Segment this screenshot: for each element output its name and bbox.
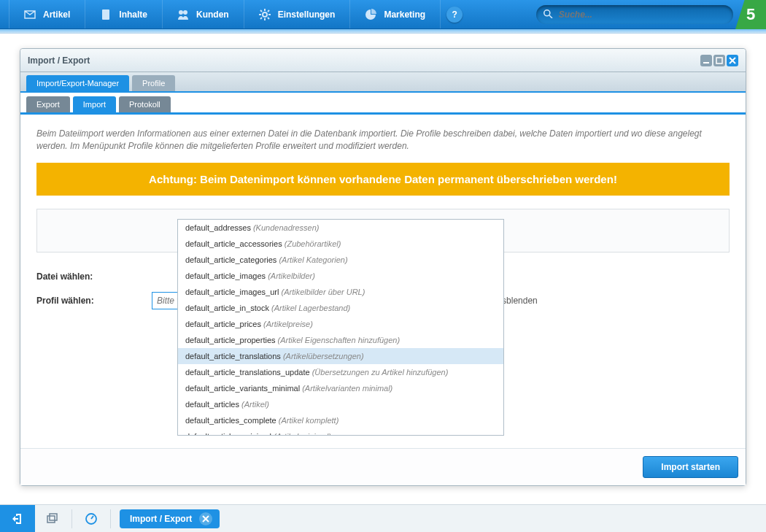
taskbar: Import / Export bbox=[0, 504, 766, 532]
tab-profile[interactable]: Profile bbox=[132, 75, 175, 91]
taskbar-windows-button[interactable] bbox=[35, 505, 70, 533]
tab-export[interactable]: Export bbox=[26, 96, 70, 112]
window-minimize-button[interactable] bbox=[700, 55, 712, 66]
tabs-main: Import/Export-Manager Profile bbox=[20, 72, 746, 93]
profile-option[interactable]: default_article_images_url (Artikelbilde… bbox=[178, 284, 503, 300]
profile-option[interactable]: default_article_variants_minimal (Artike… bbox=[178, 380, 503, 396]
profile-option[interactable]: default_article_categories (Artikel Kate… bbox=[178, 252, 503, 268]
svg-rect-5 bbox=[703, 62, 709, 63]
profile-option[interactable]: default_article_in_stock (Artikel Lagerb… bbox=[178, 300, 503, 316]
nav-label: Artikel bbox=[43, 9, 70, 20]
search-icon bbox=[543, 9, 553, 20]
logo-text: 5 bbox=[746, 5, 755, 24]
nav-label: Einstellungen bbox=[278, 9, 336, 20]
svg-rect-8 bbox=[50, 514, 57, 520]
tab-manager[interactable]: Import/Export-Manager bbox=[26, 75, 129, 91]
profile-option[interactable]: default_articles (Artikel) bbox=[178, 396, 503, 412]
svg-point-1 bbox=[179, 10, 183, 15]
nav-label: Marketing bbox=[384, 9, 425, 20]
window-title: Import / Export bbox=[28, 55, 90, 66]
gear-icon bbox=[259, 9, 271, 20]
window-maximize-button[interactable] bbox=[713, 55, 725, 66]
svg-point-4 bbox=[544, 9, 550, 15]
taskbar-sep bbox=[71, 509, 72, 528]
window-footer: Import starten bbox=[20, 448, 746, 485]
profile-label: Profil wählen: bbox=[36, 296, 152, 306]
tab-import[interactable]: Import bbox=[73, 96, 116, 112]
svg-rect-7 bbox=[47, 516, 55, 523]
nav-item-inhalte[interactable]: Inhalte bbox=[85, 0, 163, 28]
profile-option[interactable]: default_article_prices (Artikelpreise) bbox=[178, 316, 503, 332]
taskbar-task-import-export[interactable]: Import / Export bbox=[120, 509, 220, 528]
logo-badge[interactable]: 5 bbox=[735, 0, 766, 29]
svg-point-2 bbox=[183, 10, 187, 15]
tab-label: Import/Export-Manager bbox=[36, 79, 119, 88]
profile-option[interactable]: default_article_accessories (Zubehörarti… bbox=[178, 236, 503, 252]
tab-label: Protokoll bbox=[129, 100, 160, 109]
window-body: Beim Dateiimport werden Informationen au… bbox=[20, 115, 746, 448]
tabs-inner: Export Import Protokoll bbox=[20, 93, 746, 115]
profile-option[interactable]: default_article_translations_update (Übe… bbox=[178, 364, 503, 380]
file-label: Datei wählen: bbox=[36, 271, 152, 282]
main-navbar: Artikel Inhalte Kunden Einstellungen Mar… bbox=[0, 0, 766, 29]
intro-text: Beim Dateiimport werden Informationen au… bbox=[36, 128, 730, 153]
help-button[interactable]: ? bbox=[446, 7, 463, 23]
import-export-window: Import / Export Import/Export-Manager Pr… bbox=[20, 48, 746, 486]
task-label: Import / Export bbox=[130, 514, 192, 524]
profile-option[interactable]: default_article_properties (Artikel Eige… bbox=[178, 332, 503, 348]
tab-protokoll[interactable]: Protokoll bbox=[119, 96, 171, 112]
taskbar-speedometer-button[interactable] bbox=[74, 505, 109, 533]
search-input[interactable] bbox=[559, 9, 726, 20]
close-icon[interactable] bbox=[199, 512, 212, 525]
profile-dropdown-list[interactable]: default_addresses (Kundenadressen)defaul… bbox=[177, 219, 504, 436]
button-label: Import starten bbox=[661, 462, 720, 472]
svg-rect-6 bbox=[716, 58, 722, 63]
profile-option[interactable]: default_article_images (Artikelbilder) bbox=[178, 268, 503, 284]
envelope-icon bbox=[24, 9, 36, 20]
nav-item-kunden[interactable]: Kunden bbox=[163, 0, 244, 28]
taskbar-logout-button[interactable] bbox=[0, 505, 35, 533]
svg-rect-0 bbox=[102, 9, 109, 20]
tab-label: Import bbox=[83, 100, 106, 109]
window-close-button[interactable] bbox=[727, 55, 738, 66]
profile-option[interactable]: default_article_translations (Artikelübe… bbox=[178, 348, 503, 364]
nav-item-einstellungen[interactable]: Einstellungen bbox=[244, 0, 351, 28]
nav-item-artikel[interactable]: Artikel bbox=[9, 0, 85, 28]
taskbar-sep bbox=[110, 509, 111, 528]
start-import-button[interactable]: Import starten bbox=[643, 456, 738, 478]
warning-banner: Achtung: Beim Datenimport können vorhand… bbox=[36, 163, 730, 196]
nav-label: Kunden bbox=[196, 9, 229, 20]
people-icon bbox=[177, 9, 189, 20]
tab-label: Export bbox=[36, 100, 60, 109]
profile-option[interactable]: default_addresses (Kundenadressen) bbox=[178, 220, 503, 236]
nav-label: Inhalte bbox=[119, 9, 147, 20]
profile-option[interactable]: default_articles_complete (Artikel kompl… bbox=[178, 412, 503, 428]
desktop-area: Import / Export Import/Export-Manager Pr… bbox=[0, 34, 766, 504]
nav-item-marketing[interactable]: Marketing bbox=[350, 0, 441, 28]
profile-option[interactable]: default_articles_minimal (Artikel minima… bbox=[178, 428, 503, 436]
window-titlebar[interactable]: Import / Export bbox=[20, 49, 746, 72]
global-search[interactable] bbox=[536, 5, 733, 24]
svg-point-3 bbox=[263, 12, 267, 17]
tab-label: Profile bbox=[142, 79, 165, 88]
doc-icon bbox=[100, 9, 112, 20]
piechart-icon bbox=[365, 9, 376, 20]
